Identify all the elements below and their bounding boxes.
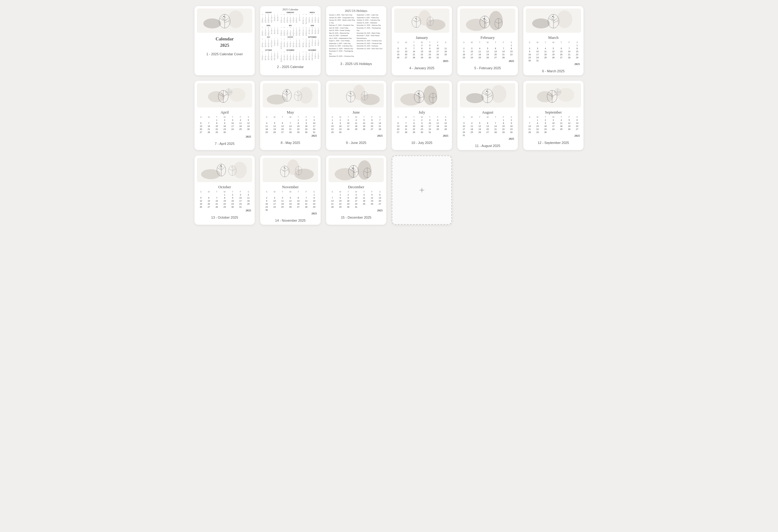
card-label: 10 - July 2025: [410, 139, 434, 147]
card-label: 9 - June 2025: [344, 139, 368, 147]
month-illustration: [394, 83, 450, 107]
svg-point-115: [488, 94, 489, 95]
svg-point-18: [415, 18, 416, 19]
yearly-title: 2025 Calendar: [282, 8, 298, 11]
svg-point-164: [354, 169, 355, 169]
calendar-table: SMTWTFS 12345678910111213141516171819202…: [197, 116, 252, 135]
card-13[interactable]: October SMTWTFS 123456789101112131415161…: [194, 156, 255, 225]
svg-point-10: [223, 19, 223, 19]
holidays-list: January 1, 2025 – New Year's DayJanuary …: [328, 13, 384, 59]
card-2[interactable]: 2025 Calendar JANUARYSMTWTFS123456789101…: [260, 6, 320, 75]
card-3[interactable]: 2025 US Holidays January 1, 2025 – New Y…: [326, 6, 386, 75]
month-illustration: [526, 8, 581, 33]
card-label: 4 - January 2025: [408, 64, 436, 72]
svg-point-9: [225, 17, 226, 18]
month-name: August: [482, 110, 493, 115]
card-label: 11 - August 2025: [474, 142, 501, 150]
svg-line-134: [221, 167, 225, 170]
card-label: 12 - September 2025: [536, 139, 570, 147]
svg-point-8: [223, 16, 224, 17]
calendar-year: 2025: [197, 135, 252, 138]
month-name: June: [353, 110, 360, 115]
cover-title: Calendar2025: [216, 36, 234, 49]
calendar-table: SMTWTFS 12345678910111213141516171819202…: [328, 116, 384, 134]
svg-point-71: [287, 92, 288, 92]
illustration: [197, 8, 252, 33]
card-12[interactable]: September SMTWTFS 1234567891011121314151…: [523, 81, 584, 150]
calendar-table: SMTWTFS 12345678910111213141516171819202…: [460, 116, 515, 137]
svg-point-135: [220, 166, 221, 166]
calendar-year: 2025: [328, 134, 384, 137]
month-name: January: [416, 35, 428, 40]
svg-point-149: [285, 169, 286, 169]
card-16[interactable]: +: [392, 156, 452, 225]
svg-point-50: [554, 20, 555, 20]
svg-point-128: [201, 169, 221, 179]
calendar-table: SMTWTFS 12345678910111213141516171819202…: [460, 41, 515, 59]
svg-point-148: [284, 168, 285, 168]
svg-point-47: [552, 16, 553, 17]
card-7[interactable]: April SMTWTFS 12345678910111213141516171…: [194, 81, 255, 150]
add-icon[interactable]: +: [419, 185, 424, 196]
svg-point-33: [484, 18, 485, 19]
svg-point-99: [419, 94, 420, 94]
card-11[interactable]: August SMTWTFS 1234567891011121314151617…: [457, 81, 518, 150]
svg-point-155: [335, 168, 356, 180]
svg-point-39: [532, 18, 550, 28]
month-name: April: [220, 110, 229, 115]
card-label: 15 - December 2025: [340, 214, 373, 221]
calendar-table: SMTWTFS 12345678910111213141516171819202…: [526, 41, 581, 62]
svg-point-64: [299, 87, 313, 104]
card-8[interactable]: May SMTWTFS 1234567891011121314151617181…: [260, 81, 320, 150]
svg-line-45: [553, 18, 557, 21]
month-name: May: [287, 110, 294, 115]
card-5[interactable]: February SMTWTFS 12345678910111213141516…: [457, 6, 518, 75]
svg-point-70: [286, 91, 287, 92]
card-15[interactable]: December SMTWTFS 12345678910111213141516…: [326, 156, 386, 225]
month-name: March: [548, 35, 559, 40]
month-illustration: [526, 83, 581, 107]
card-label: 3 - 2025 US Holidays: [339, 60, 373, 68]
svg-point-76: [297, 92, 298, 93]
month-illustration: [460, 8, 515, 33]
card-6[interactable]: March SMTWTFS 12345678910111213141516171…: [523, 6, 584, 75]
month-name: February: [480, 35, 495, 40]
card-14[interactable]: November SMTWTFS 12345678910111213141516…: [260, 156, 320, 225]
card-label: 8 - May 2025: [279, 139, 301, 147]
calendar-table: SMTWTFS 12345678910111213141516171819202…: [262, 190, 318, 211]
month-illustration: [262, 83, 318, 107]
svg-point-136: [222, 166, 222, 167]
calendar-table: SMTWTFS 12345678910111213141516171819202…: [197, 190, 252, 208]
yearly-grid: JANUARYSMTWTFS12345678910111213141516171…: [260, 12, 320, 62]
svg-point-83: [350, 93, 351, 94]
svg-point-48: [554, 17, 554, 18]
calendar-year: 2025: [262, 212, 318, 215]
card-9[interactable]: June SMTWTFS 123456789101112131415161718…: [326, 81, 386, 150]
calendar-table: SMTWTFS 12345678910111213141516171819202…: [328, 190, 384, 208]
svg-point-113: [488, 92, 488, 92]
svg-point-112: [486, 91, 487, 92]
svg-point-63: [267, 94, 286, 104]
svg-line-139: [229, 169, 232, 170]
calendar-table: SMTWTFS 12345678910111213141516171819202…: [262, 116, 318, 134]
card-1[interactable]: Calendar2025 1 - 2025 Calendar Cover: [194, 6, 255, 75]
calendar-year: 2025: [262, 134, 318, 137]
card-label: 13 - October 2025: [210, 214, 239, 221]
svg-line-4: [220, 18, 225, 21]
card-10[interactable]: July SMTWTFS 123456789101112131415161718…: [392, 81, 452, 150]
month-illustration: [262, 158, 318, 182]
calendar-year: 2025: [197, 209, 252, 212]
calendar-year: 2025: [460, 60, 515, 63]
month-name: July: [418, 110, 425, 115]
svg-line-110: [487, 93, 491, 96]
card-4[interactable]: January SMTWTFS 123456789101112131415161…: [392, 6, 452, 75]
svg-line-108: [483, 93, 487, 96]
svg-point-105: [491, 85, 506, 103]
month-name: October: [218, 185, 231, 189]
calendar-year: 2025: [460, 137, 515, 140]
holidays-title: 2025 US Holidays: [345, 9, 368, 12]
svg-line-69: [287, 93, 291, 95]
month-illustration: [328, 83, 384, 107]
svg-point-11: [226, 20, 226, 20]
svg-point-104: [466, 93, 484, 103]
